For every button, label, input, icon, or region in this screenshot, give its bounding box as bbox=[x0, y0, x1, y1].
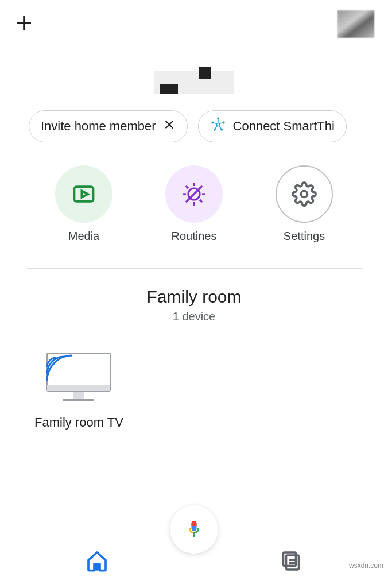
room-title: Family room bbox=[0, 287, 388, 307]
shortcut-label: Settings bbox=[284, 230, 325, 243]
gear-icon bbox=[276, 165, 333, 223]
svg-marker-16 bbox=[82, 191, 88, 198]
svg-line-25 bbox=[200, 186, 202, 188]
svg-point-8 bbox=[213, 129, 215, 131]
svg-rect-33 bbox=[94, 564, 100, 571]
add-icon[interactable] bbox=[14, 13, 34, 36]
media-shortcut[interactable]: Media bbox=[55, 165, 112, 243]
feed-icon bbox=[280, 550, 302, 572]
svg-line-11 bbox=[219, 123, 223, 124]
routines-icon bbox=[165, 165, 223, 223]
svg-rect-30 bbox=[73, 392, 84, 399]
shortcut-label: Routines bbox=[172, 230, 217, 243]
home-name-text bbox=[154, 71, 234, 94]
device-family-room-tv[interactable]: Family room TV bbox=[34, 350, 123, 430]
room-section: Family room 1 device bbox=[0, 269, 388, 323]
svg-rect-31 bbox=[63, 399, 94, 401]
devices-grid: Family room TV bbox=[0, 323, 388, 457]
shortcuts-row: Media Routines Settings bbox=[0, 148, 388, 249]
svg-point-27 bbox=[301, 191, 308, 198]
svg-line-13 bbox=[215, 126, 217, 129]
shortcut-label: Media bbox=[68, 230, 99, 243]
svg-point-9 bbox=[211, 122, 214, 124]
top-bar bbox=[0, 0, 388, 48]
account-avatar[interactable] bbox=[337, 10, 374, 38]
svg-line-23 bbox=[200, 200, 202, 202]
close-icon[interactable] bbox=[163, 118, 176, 134]
watermark: wsxdn.com bbox=[349, 562, 383, 570]
svg-line-24 bbox=[186, 200, 188, 202]
bottom-nav bbox=[0, 536, 388, 588]
media-icon bbox=[55, 165, 112, 223]
nav-home[interactable] bbox=[86, 550, 108, 575]
nav-feed[interactable] bbox=[280, 550, 302, 575]
settings-shortcut[interactable]: Settings bbox=[276, 165, 333, 243]
room-device-count: 1 device bbox=[0, 310, 388, 323]
svg-rect-15 bbox=[75, 187, 94, 202]
smartthings-icon bbox=[210, 117, 226, 136]
svg-point-7 bbox=[220, 129, 223, 131]
invite-home-member-chip[interactable]: Invite home member bbox=[29, 110, 188, 142]
routines-shortcut[interactable]: Routines bbox=[165, 165, 223, 243]
home-name[interactable] bbox=[0, 48, 388, 105]
suggestion-chips-row: Invite home member Connect SmartTh bbox=[0, 105, 388, 148]
svg-line-14 bbox=[214, 123, 217, 124]
svg-line-12 bbox=[219, 126, 221, 129]
chip-label: Connect SmartThi bbox=[233, 119, 335, 134]
svg-point-6 bbox=[222, 122, 224, 124]
home-icon bbox=[86, 550, 108, 572]
chromecast-tv-icon bbox=[41, 350, 116, 405]
svg-rect-29 bbox=[47, 385, 110, 391]
device-label: Family room TV bbox=[34, 415, 123, 430]
svg-point-5 bbox=[217, 118, 219, 120]
chip-label: Invite home member bbox=[41, 119, 156, 134]
connect-smartthings-chip[interactable]: Connect SmartThi bbox=[198, 110, 347, 142]
svg-line-22 bbox=[186, 186, 188, 188]
